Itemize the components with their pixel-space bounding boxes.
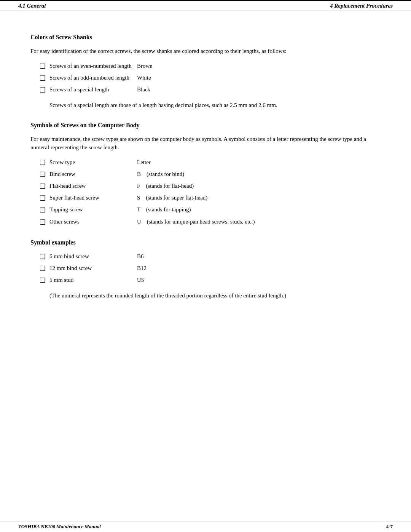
item-label: Screw type (49, 158, 137, 167)
item-label: 6 mm bind screw (49, 252, 137, 261)
footer-left: TOSHIBA NB100 Maintenance Manual (18, 524, 101, 530)
section-colors-title: Colors of Screw Shanks (30, 34, 381, 41)
colors-list: ❑ Screws of an even-numbered length Brow… (40, 62, 381, 95)
item-value-note: B (stands for bind) (137, 170, 381, 179)
item-note: (stands for flat-head) (146, 183, 194, 189)
list-item: ❑ Other screws U (stands for unique-pan … (40, 217, 381, 227)
checkbox-icon: ❑ (40, 73, 46, 83)
item-label: Screws of an even-numbered length (49, 62, 137, 70)
checkbox-icon: ❑ (40, 158, 46, 168)
item-value-note: U (stands for unique-pan head screws, st… (137, 217, 381, 226)
list-item: ❑ Screws of an even-numbered length Brow… (40, 62, 381, 71)
header-bar: 4.1 General 4 Replacement Procedures (0, 0, 411, 11)
list-item: ❑ Super flat-head screw S (stands for su… (40, 193, 381, 203)
item-value: B6 (137, 252, 381, 261)
checkbox-icon: ❑ (40, 170, 46, 179)
item-label: 5 mm stud (49, 276, 137, 284)
item-label: Screws of a special length (49, 85, 137, 94)
section-colors-intro: For easy identification of the correct s… (30, 47, 381, 56)
list-item: ❑ 5 mm stud U5 (40, 276, 381, 285)
checkbox-icon: ❑ (40, 276, 46, 285)
item-value: U5 (137, 276, 381, 284)
item-note: (stands for tapping) (146, 206, 191, 212)
item-label: Other screws (49, 217, 137, 226)
list-item: ❑ Screws of an odd-numbered length White (40, 73, 381, 83)
checkbox-icon: ❑ (40, 217, 46, 227)
item-value: Letter (137, 158, 381, 167)
checkbox-icon: ❑ (40, 193, 46, 203)
page: 4.1 General 4 Replacement Procedures Col… (0, 0, 411, 532)
item-value: White (137, 73, 381, 82)
section-colors: Colors of Screw Shanks For easy identifi… (30, 34, 381, 110)
item-label: Flat-head screw (49, 182, 137, 190)
header-left: 4.1 General (18, 3, 46, 9)
examples-list: ❑ 6 mm bind screw B6 ❑ 12 mm bind screw … (40, 252, 381, 286)
item-value: Black (137, 85, 381, 94)
checkbox-icon: ❑ (40, 264, 46, 273)
section-symbols-title: Symbols of Screws on the Computer Body (30, 122, 381, 129)
symbols-list: ❑ Screw type Letter ❑ Bind screw B (stan… (40, 158, 381, 227)
item-value-note: F (stands for flat-head) (137, 182, 381, 190)
item-label: 12 mm bind screw (49, 264, 137, 273)
item-value: Brown (137, 62, 381, 70)
footer-right: 4-7 (386, 524, 393, 530)
checkbox-icon: ❑ (40, 252, 46, 262)
list-item: ❑ Bind screw B (stands for bind) (40, 170, 381, 179)
examples-note: (The numeral represents the rounded leng… (49, 291, 381, 300)
section-examples-title: Symbol examples (30, 239, 381, 246)
checkbox-icon: ❑ (40, 205, 46, 215)
section-symbols-intro: For easy maintenance, the screw types ar… (30, 135, 381, 152)
header-right: 4 Replacement Procedures (330, 3, 393, 9)
item-value: B12 (137, 264, 381, 273)
checkbox-icon: ❑ (40, 85, 46, 95)
item-value-note: T (stands for tapping) (137, 205, 381, 214)
item-label: Screws of an odd-numbered length (49, 73, 137, 82)
item-value: U (137, 219, 141, 225)
item-label: Super flat-head screw (49, 193, 137, 202)
item-note: (stands for super flat-head) (146, 195, 207, 201)
section-examples: Symbol examples ❑ 6 mm bind screw B6 ❑ 1… (30, 239, 381, 300)
item-value: B (137, 171, 141, 177)
main-content: Colors of Screw Shanks For easy identifi… (0, 11, 411, 318)
checkbox-icon: ❑ (40, 62, 46, 71)
checkbox-icon: ❑ (40, 182, 46, 191)
item-value: S (137, 195, 140, 201)
item-value: F (137, 183, 140, 189)
list-item: ❑ Screw type Letter (40, 158, 381, 168)
item-note: (stands for bind) (147, 171, 184, 177)
item-label: Bind screw (49, 170, 137, 179)
footer-bar: TOSHIBA NB100 Maintenance Manual 4-7 (0, 521, 411, 532)
list-item: ❑ 6 mm bind screw B6 (40, 252, 381, 262)
list-item: ❑ Tapping screw T (stands for tapping) (40, 205, 381, 215)
colors-note: Screws of a special length are those of … (49, 101, 381, 110)
list-item: ❑ 12 mm bind screw B12 (40, 264, 381, 273)
item-value: T (137, 206, 140, 212)
item-value-note: S (stands for super flat-head) (137, 193, 381, 202)
list-item: ❑ Flat-head screw F (stands for flat-hea… (40, 182, 381, 191)
section-symbols: Symbols of Screws on the Computer Body F… (30, 122, 381, 227)
item-note: (stands for unique-pan head screws, stud… (147, 219, 255, 225)
item-label: Tapping screw (49, 205, 137, 214)
list-item: ❑ Screws of a special length Black (40, 85, 381, 95)
